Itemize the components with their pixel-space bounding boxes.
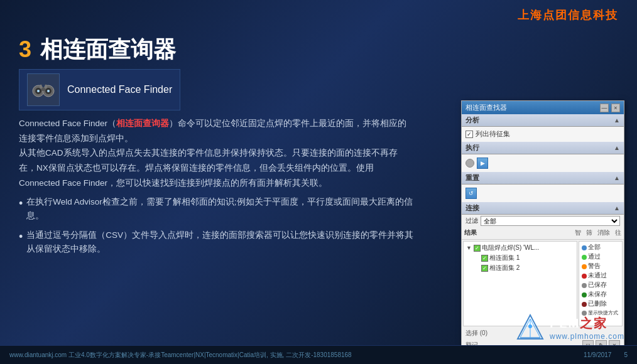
analysis-row-label: 列出待征集 xyxy=(476,130,510,139)
connection-section-header[interactable]: 连接 ▲ xyxy=(462,202,624,215)
column-headers: 结果 智 筛 消除 往 xyxy=(464,228,621,237)
execution-row: ▶ xyxy=(466,157,620,169)
close-button[interactable]: × xyxy=(611,104,620,112)
filter-dot-saved xyxy=(582,283,587,288)
page-footer: www.diantuankj.com 工业4.0数字化方案解决专家-承接Team… xyxy=(0,345,637,364)
reset-content: ↺ xyxy=(462,185,624,202)
filter-label-deleted: 已删除 xyxy=(588,300,607,308)
page-title-area: 3 相连面查询器 xyxy=(19,35,176,65)
filter-dot-pass xyxy=(582,255,587,260)
filter-item-saved[interactable]: 已保存 xyxy=(580,281,621,290)
filter-label-saved: 已保存 xyxy=(588,281,607,289)
col-header-4: 往 xyxy=(615,228,621,237)
filter-item-deleted[interactable]: 已删除 xyxy=(580,299,621,309)
footer-date: 11/9/2017 xyxy=(584,351,612,358)
results-header-row: 结果 智 筛 消除 往 xyxy=(462,227,624,240)
plm-text-area: PLM之家 www.plmhome.com xyxy=(550,315,624,341)
footer-left-text: www.diantuankj.com 工业4.0数字化方案解决专家-承接Team… xyxy=(9,351,352,360)
reset-button[interactable]: ↺ xyxy=(466,188,477,199)
execution-status xyxy=(466,159,474,168)
svg-point-5 xyxy=(47,90,50,92)
tree-check-root[interactable]: ✓ xyxy=(474,245,481,252)
brand-company: 上海点团信息科技 xyxy=(518,8,618,23)
col-header-3: 消除 xyxy=(597,228,610,237)
col-header-1: 智 xyxy=(575,228,581,237)
results-label: 结果 xyxy=(464,228,477,237)
filter-row: 过滤 全部 xyxy=(462,215,624,227)
dialog-titlebar: 相连面查找器 — × xyxy=(462,101,624,114)
minimize-button[interactable]: — xyxy=(600,104,609,112)
reset-section-header[interactable]: 重置 ▲ xyxy=(462,172,624,185)
filter-dot-unsaved xyxy=(582,292,587,297)
tree-item-child1[interactable]: ✓ 相连面集 1 xyxy=(465,253,575,263)
count-label: 选择 (0) xyxy=(466,329,487,336)
execution-section-header[interactable]: 执行 ▲ xyxy=(462,142,624,154)
tree-item-root[interactable]: ▼ ✓ 电阻焊点焊(S) 'WL... xyxy=(465,243,575,253)
svg-point-13 xyxy=(528,324,532,328)
execution-arrow: ▲ xyxy=(614,144,620,151)
reset-arrow: ▲ xyxy=(614,174,620,181)
filter-dot-fail xyxy=(582,274,587,279)
filter-label-pass: 通过 xyxy=(588,253,601,261)
connection-label: 连接 xyxy=(466,203,479,213)
content-para1: Connected Face Finder（相连面查询器）命令可以定位邻近固定点… xyxy=(19,116,415,190)
bullet-dot: • xyxy=(19,229,23,245)
filter-dot-all xyxy=(582,245,587,250)
dialog-title: 相连面查找器 xyxy=(466,103,507,112)
feature-label: Connected Face Finder xyxy=(67,84,172,95)
plm-icon-svg xyxy=(516,314,545,342)
analysis-arrow: ▲ xyxy=(614,117,620,124)
plm-title: PLM之家 xyxy=(550,315,624,332)
connection-arrow: ▲ xyxy=(614,205,620,211)
list-item: • 在执行Weld Advisor检查之前，需要了解相邻面的知识;例如关于平面度… xyxy=(19,195,415,223)
execution-button[interactable]: ▶ xyxy=(477,158,488,169)
tree-label-root: 电阻焊点焊(S) 'WL... xyxy=(482,244,539,252)
list-item: • 当通过逗号分隔值（CSV）文件导入点焊时，连接的面部搜索器可以让您快速识别连… xyxy=(19,228,415,257)
tree-check-2[interactable]: ✓ xyxy=(481,265,488,272)
filter-select[interactable]: 全部 xyxy=(481,216,620,226)
bullet-text-1: 在执行Weld Advisor检查之前，需要了解相邻面的知识;例如关于平面度，平… xyxy=(26,195,415,223)
col-header-2: 筛 xyxy=(586,228,592,237)
filter-dot-warn xyxy=(582,264,587,269)
filter-item-warn[interactable]: 警告 xyxy=(580,262,621,271)
analysis-row: 列出待征集 xyxy=(466,129,620,139)
svg-point-4 xyxy=(37,90,40,92)
filter-label-unsaved: 未保存 xyxy=(588,291,607,299)
dialog-title-icons: — × xyxy=(600,104,620,112)
bullet-list: • 在执行Weld Advisor检查之前，需要了解相邻面的知识;例如关于平面度… xyxy=(19,195,415,256)
highlight-text: 相连面查询器 xyxy=(116,119,169,128)
plm-suffix: 之家 xyxy=(580,316,607,330)
execution-content: ▶ xyxy=(462,154,624,172)
tree-item-child2[interactable]: ✓ 相连面集 2 xyxy=(465,263,575,273)
filter-dot-deleted xyxy=(582,302,587,307)
content-area: Connected Face Finder（相连面查询器）命令可以定位邻近固定点… xyxy=(19,116,415,261)
filter-item-all[interactable]: 全部 xyxy=(580,243,621,252)
footer-right: 11/9/2017 5 xyxy=(584,351,628,358)
filter-label-fail: 未通过 xyxy=(588,272,607,280)
title-text: 相连面查询器 xyxy=(40,36,176,62)
filter-label-all: 全部 xyxy=(588,244,601,252)
plm-logo: PLM之家 www.plmhome.com xyxy=(516,314,624,342)
tree-check-1[interactable]: ✓ xyxy=(481,255,488,262)
filter-item-fail[interactable]: 未通过 xyxy=(580,271,621,281)
execution-label: 执行 xyxy=(466,143,479,153)
analysis-checkbox[interactable] xyxy=(466,131,473,138)
bullet-text-2: 当通过逗号分隔值（CSV）文件导入点焊时，连接的面部搜索器可以让您快速识别连接的… xyxy=(26,228,415,257)
tree-label-1: 相连面集 1 xyxy=(489,254,520,262)
reset-row: ↺ xyxy=(466,187,620,200)
filter-item-unsaved[interactable]: 未保存 xyxy=(580,290,621,299)
analysis-content: 列出待征集 xyxy=(462,127,624,142)
filter-item-pass[interactable]: 通过 xyxy=(580,252,621,262)
analysis-section-header[interactable]: 分析 ▲ xyxy=(462,114,624,127)
feature-icon xyxy=(27,73,60,106)
footer-page: 5 xyxy=(624,351,628,358)
filter-label-warn: 警告 xyxy=(588,262,601,270)
analysis-label: 分析 xyxy=(466,115,479,125)
bullet-dot: • xyxy=(19,196,23,211)
filter-label: 过滤 xyxy=(466,217,478,225)
reset-label: 重置 xyxy=(466,173,479,183)
title-number: 3 xyxy=(19,36,31,62)
tree-expand: ▼ xyxy=(466,245,472,251)
plm-subtitle: www.plmhome.com xyxy=(550,332,624,341)
feature-box: Connected Face Finder xyxy=(19,69,180,110)
